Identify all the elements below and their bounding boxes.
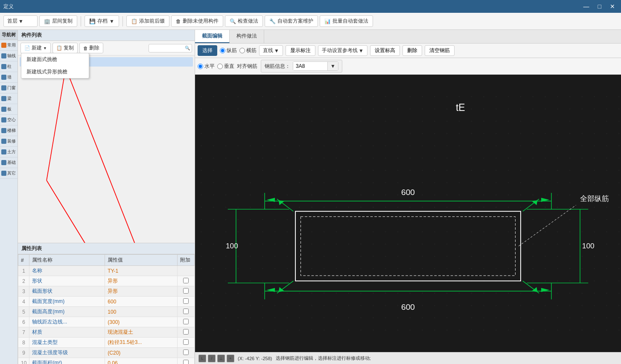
rebar-dropdown-arrow[interactable]: ▼ [327,62,338,70]
prop-checkbox[interactable] [183,309,189,314]
add-prefix-button[interactable]: 📋 添加前后缀 [126,15,169,27]
select-button[interactable]: 选择 [198,45,217,56]
vertical-radio-label[interactable]: 垂直 [217,63,234,70]
prop-value[interactable]: 0.06 [105,358,178,364]
transverse-radio-label[interactable]: 横筋 [239,47,257,54]
status-message: 选择钢筋进行编辑，选择标注进行标修或移动; [276,355,371,361]
rebar-text-input[interactable] [293,62,327,70]
sidebar-item-decoration[interactable]: 装修 [0,136,17,147]
status-icon-4[interactable]: + [227,355,234,362]
sidebar-item-column[interactable]: 柱 [0,61,17,72]
prop-checkbox[interactable] [183,288,189,294]
show-annotation-button[interactable]: 显示标注 [286,45,315,56]
prop-checkbox[interactable] [183,360,189,364]
prop-name[interactable]: 混凝土类型 [29,338,105,348]
col-extra: 附加 [178,255,195,266]
longitudinal-radio[interactable] [220,48,225,53]
auto-maintain-button[interactable]: 🔧 自动套方案维护 [265,15,318,27]
horizontal-radio[interactable] [198,64,203,69]
prop-value[interactable]: 现浇混凝土 [105,327,178,338]
tab-section-edit[interactable]: 截面编辑 [195,30,230,43]
status-icon-3[interactable]: ⊥ [217,355,225,362]
tab-method[interactable]: 构件做法 [230,30,264,43]
floor-selector[interactable]: 首层 ▼ [3,15,38,27]
straight-line-button[interactable]: 直线 ▼ [259,45,283,56]
prop-name[interactable]: 轴线距左边线... [29,317,105,327]
prop-value[interactable]: (C20) [105,348,178,358]
prop-value[interactable]: (粒径31.5砼3... [105,338,178,348]
sidebar-item-door-window[interactable]: 门窗 [0,83,17,93]
check-method-button[interactable]: 🔍 检查做法 [225,15,263,27]
sidebar-item-common[interactable]: 常用 [0,40,17,51]
prop-checkbox[interactable] [183,329,189,335]
stair-label: 楼梯 [7,128,16,134]
search-input[interactable] [151,45,185,51]
maximize-button[interactable]: □ [595,2,604,11]
prop-value[interactable]: (300) [105,317,178,327]
prop-checkbox[interactable] [183,339,189,345]
sidebar-item-beam[interactable]: 梁 [0,93,17,104]
prop-checkbox[interactable] [183,319,189,324]
prop-value[interactable]: 600 [105,297,178,307]
prop-name[interactable]: 名称 [29,266,105,276]
longitudinal-radio-label[interactable]: 纵筋 [220,47,237,54]
properties-grid: # 属性名称 属性值 附加 1 名称 TY-1 2 形状 异形 3 截面形状 异… [18,254,195,364]
save-button[interactable]: 💾 存档 ▼ [85,15,119,27]
copy-icon: 📋 [56,45,62,51]
sidebar-item-axis[interactable]: 轴线 [0,51,17,61]
prop-name[interactable]: 截面宽度(mm) [29,297,105,307]
row-num: 9 [18,348,29,358]
delete-unused-button[interactable]: 🗑 删除未使用构件 [171,15,223,27]
minimize-button[interactable]: — [581,2,592,11]
sidebar-item-slab[interactable]: 板 [0,104,17,115]
prop-value[interactable]: TY-1 [105,266,178,276]
prop-checkbox[interactable] [183,278,189,283]
clear-rebar-button[interactable]: 清空钢筋 [425,45,455,56]
sidebar-item-other[interactable]: 其它 [0,168,17,179]
vertical-radio[interactable] [217,64,223,69]
sidebar-item-stair[interactable]: 楼梯 [0,125,17,136]
new-line-item[interactable]: 新建线式异形挑檐 [21,66,89,78]
close-button[interactable]: ✕ [607,2,618,11]
rebar-value-input[interactable]: ▼ [293,61,338,71]
prop-value[interactable]: 异形 [105,286,178,297]
transverse-radio[interactable] [239,48,245,53]
slab-label: 板 [7,106,12,112]
prop-name[interactable]: 截面高度(mm) [29,307,105,317]
door-window-label: 门窗 [7,85,16,91]
prop-checkbox[interactable] [183,298,189,304]
prop-value[interactable]: 异形 [105,276,178,286]
set-height-button[interactable]: 设置标高 [370,45,400,56]
prop-name[interactable]: 截面面积(m²) [29,358,105,364]
prop-checkbox[interactable] [183,349,189,355]
sidebar-item-foundation[interactable]: 基础 [0,157,17,168]
horizontal-radio-label[interactable]: 水平 [198,63,215,70]
sidebar-item-hollow[interactable]: 空心 [0,115,17,125]
save-label: 存档 [97,17,108,25]
floor-copy-button[interactable]: 🏢 层间复制 [39,15,77,27]
new-button[interactable]: 📄 新建 ▼ 新建面式挑檐 新建线式异形挑檐 [20,43,51,53]
status-icon-2[interactable]: / [208,355,216,362]
search-box[interactable]: 🔍 [149,44,192,52]
sidebar-item-wall[interactable]: 墙 [0,72,17,83]
save-icon: 💾 [89,18,96,24]
table-row: 5 截面高度(mm) 100 [18,307,195,317]
prop-name[interactable]: 截面形状 [29,286,105,297]
prop-value[interactable]: 100 [105,307,178,317]
main-layout: 导航树 常用 轴线 柱 墙 门窗 梁 板 [0,30,621,364]
col-num: # [18,255,29,266]
canvas-area[interactable]: 600 600 100 100 全部纵筋 ZJ tE [195,75,621,352]
auto-maintain-icon: 🔧 [269,18,276,24]
prop-name[interactable]: 材质 [29,327,105,338]
horizontal-label: 水平 [204,63,215,70]
prop-name[interactable]: 形状 [29,276,105,286]
batch-auto-button[interactable]: 📊 批量自动套做法 [320,15,373,27]
sidebar-item-earthwork[interactable]: 土方 [0,147,17,157]
status-icon-1[interactable]: L [198,355,206,362]
prop-name[interactable]: 混凝土强度等级 [29,348,105,358]
new-face-item[interactable]: 新建面式挑檐 [21,53,89,66]
draw-delete-button[interactable]: 删除 [402,45,422,56]
set-ref-line-button[interactable]: 手动设置参考线 ▼ [318,45,367,56]
copy-button[interactable]: 📋 复制 [52,43,78,53]
delete-button[interactable]: 🗑 删除 [79,43,103,53]
